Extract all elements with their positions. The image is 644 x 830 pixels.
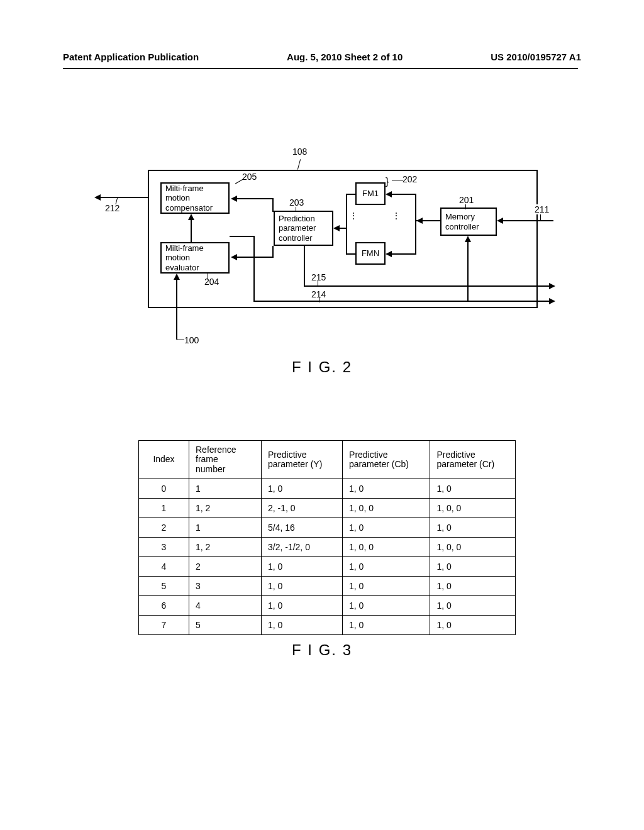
memfm-hline-top [392, 194, 415, 195]
col-cr: Predictive parameter (Cr) [430, 441, 516, 479]
line-215-head [549, 283, 555, 289]
figure-2-caption: F I G. 2 [0, 358, 644, 376]
col-index: Index [139, 441, 189, 479]
prediction-param-table: Index Reference frame number Predictive … [138, 440, 516, 635]
fmn-to-merge [347, 253, 355, 255]
lead-211 [540, 214, 541, 221]
arrow-211-head [497, 218, 503, 224]
memctrl-text: Memory controller [445, 212, 479, 231]
lead-215 [318, 281, 318, 286]
box-mem-controller: Memory controller [440, 208, 497, 236]
line-215-h [304, 285, 549, 287]
header-left: Patent Application Publication [63, 52, 199, 62]
ellipsis-fm-left: ⋮ [349, 214, 358, 218]
figure-3-table: Index Reference frame number Predictive … [138, 440, 516, 635]
table-row: 4 2 1, 0 1, 0 1, 0 [139, 557, 516, 577]
ppc-out-to-comp-v [272, 198, 274, 212]
memfm-head-bot [386, 251, 392, 257]
figure-3-caption: F I G. 3 [0, 641, 644, 659]
ref-211: 211 [535, 204, 549, 214]
table-row: 0 1 1, 0 1, 0 1, 0 [139, 479, 516, 499]
box-fm1: FM1 [355, 182, 386, 205]
ref-203: 203 [289, 197, 304, 208]
ref-204: 204 [204, 277, 219, 287]
col-refframe: Reference frame number [189, 441, 262, 479]
figure-2-diagram: 108 Milti-frame motion compensator 205 2… [91, 135, 557, 362]
table-row: 3 1, 2 3/2, -1/2, 0 1, 0, 0 1, 0, 0 [139, 538, 516, 557]
fm-to-ppc [340, 228, 347, 229]
memfm-vline [415, 194, 416, 255]
eval-to-comp [191, 220, 192, 242]
brace-202: } [386, 176, 389, 187]
ppc-to-comp-head [231, 196, 237, 202]
table-row: 2 1 5/4, 16 1, 0 1, 0 [139, 518, 516, 538]
table-row: 1 1, 2 2, -1, 0 1, 0, 0 1, 0, 0 [139, 499, 516, 518]
line-100-head [174, 274, 180, 280]
lead-201 [465, 204, 466, 209]
ppc-out-to-eval-h [237, 257, 274, 258]
page-header: Patent Application Publication Aug. 5, 2… [0, 52, 644, 62]
eval-to-comp-head [188, 214, 194, 220]
table-header-row: Index Reference frame number Predictive … [139, 441, 516, 479]
memfm-to-ctrl-head [416, 218, 423, 224]
paramctrl-text: Prediction parameter controller [279, 214, 316, 243]
lead-100 [177, 340, 184, 340]
header-rule [63, 68, 578, 69]
line-214-v [253, 236, 255, 302]
header-right: US 2010/0195727 A1 [491, 52, 581, 62]
arrow-212-head [94, 194, 101, 201]
fm-merge-v [346, 194, 347, 255]
compensator-text: Milti-frame motion compensator [165, 184, 213, 213]
table-row: 6 4 1, 0 1, 0 1, 0 [139, 596, 516, 616]
ref-201: 201 [459, 195, 474, 205]
lead-204 [208, 274, 208, 280]
fm-to-ppc-head [333, 225, 340, 231]
header-center: Aug. 5, 2010 Sheet 2 of 10 [287, 52, 402, 62]
ppc-to-eval-head [231, 254, 237, 260]
ref-215: 215 [311, 272, 326, 282]
ref-205: 205 [242, 172, 257, 182]
ellipsis-fm-right: ⋮ [392, 214, 401, 218]
fmn-text: FMN [362, 248, 379, 258]
memfm-hline-bot [392, 253, 415, 255]
ppc-out-to-comp-h [237, 198, 274, 199]
line-215-v [304, 246, 305, 287]
lead-203 [296, 207, 296, 212]
ref-202: 202 [402, 174, 417, 184]
box-compensator: Milti-frame motion compensator [160, 182, 230, 214]
ref-100: 100 [184, 335, 199, 345]
arrow-212-line [101, 197, 148, 198]
line-214-h [253, 301, 549, 302]
arrow-211-line [503, 220, 553, 221]
memctrl-bottom-v [467, 242, 469, 302]
box-evaluator: Milti-frame motion evaluator [160, 242, 230, 274]
box-param-controller: Prediction parameter controller [274, 211, 333, 246]
line-100-v [176, 280, 177, 340]
table-body: 0 1 1, 0 1, 0 1, 0 1 1, 2 2, -1, 0 1, 0,… [139, 479, 516, 635]
ref-212: 212 [105, 203, 119, 213]
line-214-br [230, 236, 253, 237]
memctrl-bottom-head [465, 236, 471, 242]
fm1-to-merge [347, 194, 355, 195]
col-y: Predictive parameter (Y) [262, 441, 343, 479]
col-cb: Predictive parameter (Cb) [343, 441, 430, 479]
evaluator-text: Milti-frame motion evaluator [165, 243, 204, 273]
lead-214 [319, 297, 319, 302]
lead-202-line [392, 180, 403, 180]
lead-108 [297, 159, 301, 170]
ref-108: 108 [292, 147, 307, 157]
table-row: 5 3 1, 0 1, 0 1, 0 [139, 577, 516, 596]
line-214-head [549, 298, 555, 304]
fm1-text: FM1 [362, 189, 379, 199]
box-fmn: FMN [355, 242, 386, 265]
table-row: 7 5 1, 0 1, 0 1, 0 [139, 616, 516, 635]
memfm-head-top [386, 191, 392, 197]
